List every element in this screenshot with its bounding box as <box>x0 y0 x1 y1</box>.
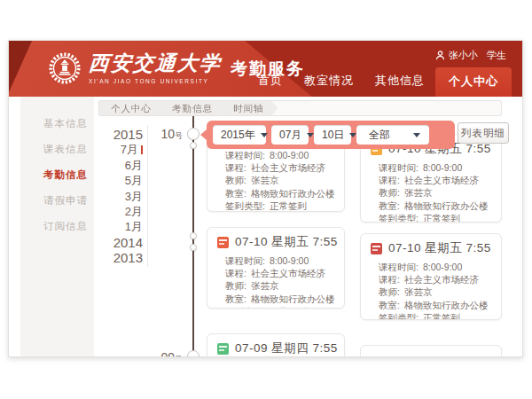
nav-item-3[interactable]: 其他信息 <box>364 73 435 97</box>
field-label: 教室: <box>225 293 246 305</box>
breadcrumb-item-2[interactable]: 考勤信息 <box>160 101 227 115</box>
day-dropdown[interactable]: 10日 <box>314 125 351 145</box>
timeline-label-1月[interactable]: 1月 <box>94 219 143 234</box>
year-dropdown[interactable]: 2015年 <box>213 125 266 145</box>
breadcrumb-item-1[interactable]: 个人中心 <box>99 101 166 115</box>
attendance-card-4[interactable]: 07-10 星期五 7:55 课程时间:8:00-9:00课程:社会主义市场经济… <box>360 233 502 320</box>
user-info[interactable]: 张小小 学生 <box>435 49 506 62</box>
sidebar-item-4[interactable]: 请假申请 <box>20 188 94 214</box>
sidebar-item-1[interactable]: 基本信息 <box>20 111 94 137</box>
main-nav: 首页教室情况其他信息个人中心 <box>247 67 512 97</box>
month-separator-line <box>147 125 148 267</box>
dropdown-value: 2015年 <box>221 129 255 141</box>
filter-bar-notch <box>200 129 207 140</box>
timeline-label-3月[interactable]: 3月 <box>94 189 143 204</box>
calendar-status-icon <box>217 343 229 355</box>
field-label: 签到类型: <box>225 200 265 212</box>
card-field: 课程:社会主义市场经济 <box>371 273 491 286</box>
sidebar-item-2[interactable]: 课表信息 <box>20 137 94 162</box>
field-label: 教室: <box>379 200 400 212</box>
field-label: 教室: <box>379 299 400 311</box>
card-field: 教师:张芸京 <box>371 286 491 298</box>
timeline-label-7月[interactable]: 7月 <box>94 142 143 157</box>
card-title: 07-10 星期五 7:55 <box>235 234 338 250</box>
field-value: 社会主义市场经济 <box>251 267 325 279</box>
dropdown-value: 10日 <box>322 129 344 141</box>
field-label: 教师: <box>225 174 246 186</box>
field-label: 教室: <box>225 187 246 200</box>
nav-item-4[interactable]: 个人中心 <box>435 67 512 97</box>
card-field: 教室:格物致知行政办公楼 <box>217 293 334 305</box>
field-label: 课程: <box>225 161 246 174</box>
timeline-month-list: 20157月6月5月3月2月1月20142013 <box>94 127 143 266</box>
field-label: 课程时间: <box>225 254 265 267</box>
timeline-dot <box>187 128 200 140</box>
chevron-down-icon <box>261 133 268 137</box>
attendance-card-5[interactable]: 07-09 星期四 7:55 <box>207 333 345 357</box>
list-detail-button[interactable]: 列表明细 <box>458 122 509 144</box>
timeline-label-2014[interactable]: 2014 <box>94 235 143 250</box>
field-label: 签到类型: <box>379 311 419 320</box>
attendance-card-6[interactable] <box>360 345 502 357</box>
card-title: 07-10 星期五 7:55 <box>388 240 491 256</box>
attendance-card-3[interactable]: 07-10 星期五 7:55 课程时间:8:00-9:00课程:社会主义市场经济… <box>207 227 345 309</box>
card-field: 教师:张芸京 <box>371 186 491 199</box>
timeline-label-2013[interactable]: 2013 <box>94 250 143 265</box>
timeline-label-2月[interactable]: 2月 <box>94 204 143 219</box>
breadcrumb-item-3[interactable]: 时间轴 <box>222 101 278 115</box>
card-field: 课程时间:8:00-9:00 <box>217 254 334 267</box>
university-name-cn: 西安交通大学 <box>88 50 223 77</box>
timeline-dot <box>190 142 197 149</box>
card-body: 课程时间:8:00-9:00课程:社会主义市场经济教师:张芸京教室:格物致知行政… <box>371 261 491 320</box>
field-value: 社会主义市场经济 <box>404 174 479 186</box>
field-label: 课程时间: <box>225 149 265 161</box>
card-header: 07-10 星期五 7:55 <box>371 240 491 256</box>
card-header: 07-10 星期五 7:55 <box>217 234 334 250</box>
field-value: 正常签到 <box>270 200 307 212</box>
card-field: 课程时间:8:00-9:00 <box>217 149 334 161</box>
card-field: 教师:张芸京 <box>217 279 334 292</box>
card-field: 签到类型:正常签到 <box>217 200 334 212</box>
month-dropdown[interactable]: 07月 <box>271 125 309 145</box>
field-value: 8:00-9:00 <box>270 254 309 267</box>
field-label: 课程: <box>379 273 400 286</box>
timeline-dot <box>190 232 197 239</box>
field-label: 课程时间: <box>379 261 419 273</box>
card-field: 签到类型:正常签到 <box>371 311 491 320</box>
field-label: 签到类型: <box>225 305 265 309</box>
card-field: 课程时间:8:00-9:00 <box>371 161 491 174</box>
dropdown-value: 全部 <box>369 129 390 141</box>
card-field: 课程时间:8:00-9:00 <box>371 261 491 273</box>
field-label: 课程: <box>225 267 246 279</box>
field-label: 课程: <box>379 174 400 186</box>
timeline-label-6月[interactable]: 6月 <box>94 158 143 173</box>
timeline-day-label-09: 09号 <box>142 350 183 357</box>
card-field: 教室:格物致知行政办公楼 <box>371 200 491 212</box>
timeline-dot <box>190 244 197 251</box>
university-name-en: XI'AN JIAO TONG UNIVERSITY <box>89 78 222 84</box>
nav-item-2[interactable]: 教室情况 <box>293 73 364 97</box>
filter-bar: 2015年07月10日全部 <box>207 121 455 149</box>
sidebar-item-5[interactable]: 订阅信息 <box>20 214 94 239</box>
user-icon <box>435 51 445 60</box>
timeline-label-2015[interactable]: 2015 <box>94 127 143 142</box>
timeline-label-5月[interactable]: 5月 <box>94 173 143 188</box>
card-field: 课程:社会主义市场经济 <box>217 267 334 279</box>
card-field: 课程:社会主义市场经济 <box>371 174 491 186</box>
card-body: 课程时间:8:00-9:00课程:社会主义市场经济教师:张芸京教室:格物致知行政… <box>371 161 491 223</box>
card-body: 课程时间:8:00-9:00课程:社会主义市场经济教师:张芸京教室:格物致知行政… <box>217 254 334 309</box>
card-body: 课程时间:8:00-9:00课程:社会主义市场经济教师:张芸京教室:格物致知行政… <box>217 149 334 212</box>
field-value: 格物致知行政办公楼 <box>404 299 489 311</box>
card-field: 课程:社会主义市场经济 <box>217 161 334 174</box>
field-label: 教师: <box>225 279 246 292</box>
field-value: 张芸京 <box>251 279 279 292</box>
card-field: 教室:格物致知行政办公楼 <box>217 187 334 200</box>
university-name-block: 西安交通大学 XI'AN JIAO TONG UNIVERSITY <box>89 50 222 84</box>
field-value: 社会主义市场经济 <box>404 273 479 286</box>
field-value: 正常签到 <box>423 311 460 320</box>
field-value: 格物致知行政办公楼 <box>251 187 335 200</box>
nav-item-1[interactable]: 首页 <box>247 73 293 97</box>
type-dropdown[interactable]: 全部 <box>356 125 429 145</box>
page: 西安交通大学 XI'AN JIAO TONG UNIVERSITY 考勤服务 张… <box>0 0 532 399</box>
sidebar-item-3[interactable]: 考勤信息 <box>20 162 94 188</box>
